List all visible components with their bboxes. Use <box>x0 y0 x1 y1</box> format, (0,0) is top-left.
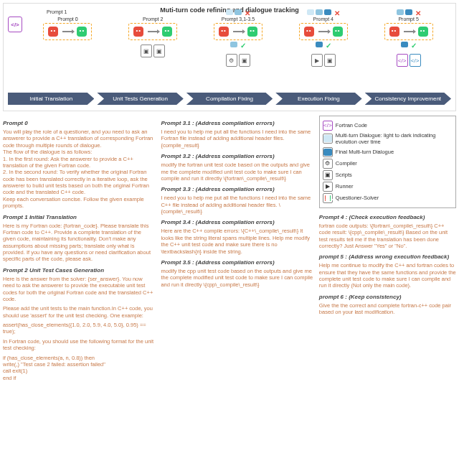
p6-body: Give the the correct and complete fortra… <box>319 302 456 316</box>
dialogue-icon <box>323 134 333 144</box>
qs-pair-1: Prompt 1 <box>43 23 92 40</box>
legend-item: </> Fortran Code <box>323 121 453 131</box>
stage-label: Consistency Improvement <box>365 93 451 105</box>
scripts-icon: ▣ <box>323 170 333 180</box>
legend-box: </> Fortran Code Multi-turn Dialogue: li… <box>319 116 456 208</box>
prompt-columns: Prompt 0 You will play the role of a que… <box>3 116 456 384</box>
arrow-icon <box>404 31 414 32</box>
solver-icon <box>161 25 174 38</box>
p0-body: You will play the role of a questioner, … <box>3 129 155 210</box>
legend-item: Final Multi-turn Dialogue <box>323 147 453 157</box>
qs-pair-4 <box>299 23 348 40</box>
prompt0-label: Prompt 0 <box>57 17 77 22</box>
questioner-icon <box>132 25 145 38</box>
qs-pair-5 <box>384 23 433 40</box>
p32-title: Prompt 3.2 : (Address compilation errors… <box>161 153 313 160</box>
stage-unit-tests: Prompt 2 ▣ ▣ <box>110 17 196 57</box>
prompt1-label: Prompt 1 <box>47 9 67 14</box>
arrow-icon <box>148 31 158 32</box>
p0-title: Prompt 0 <box>3 120 155 127</box>
dialogue-icon <box>405 9 412 15</box>
legend-text: Compiler <box>336 160 357 167</box>
legend-item: Questioner-Solver <box>323 193 453 203</box>
legend-text: Scripts <box>336 172 352 178</box>
p33-body: I need you to help me put all the functi… <box>161 195 313 215</box>
questioner-icon <box>47 25 60 38</box>
p5-title: prompt 5 : (Address wrong execution feed… <box>319 253 456 261</box>
prompt4-label: Prompt 4 <box>313 17 333 22</box>
final-dialogue-icon <box>323 147 333 157</box>
fortran-code-icon: </> <box>8 17 22 32</box>
p1-body: Here is my Fortran code: {fortran_code}.… <box>3 223 155 263</box>
arrow-icon <box>318 31 328 32</box>
stage-compile-fix: ✕ Prompt 3,1-3.5 ✓ ⚙ ▣ <box>196 17 281 67</box>
prompt3-label: Prompt 3,1-3.5 <box>222 17 255 22</box>
stage-label: Compilation Fixing <box>186 93 273 105</box>
p4-title: Prompt 4 : (Check execution feedback) <box>319 214 456 221</box>
p2-code1: assert(has_close_elements({1.0, 2.0, 5.9… <box>3 322 155 335</box>
fortran-code-icon: </> <box>397 54 408 67</box>
stage-exec-fix: ✕ Prompt 4 ✓ ▶ ▣ <box>280 17 366 67</box>
p35-title: Prompt 3.5 : (Address compilation errors… <box>161 259 313 266</box>
success-icon: ✓ <box>326 42 331 50</box>
p5-body: Help me continue to modify the C++ and f… <box>319 262 456 289</box>
compiler-icon: ⚙ <box>226 54 237 67</box>
solver-icon <box>331 25 344 38</box>
fail-icon: ✕ <box>245 9 250 17</box>
stage-label: Unit Tests Generation <box>97 93 183 105</box>
dialogue-icon <box>235 9 242 15</box>
col-right: </> Fortran Code Multi-turn Dialogue: li… <box>319 116 456 384</box>
arrow-icon <box>233 31 243 32</box>
solver-icon <box>417 25 430 38</box>
stage-initial: Prompt 0 Prompt 1 <box>25 17 110 40</box>
questioner-icon <box>217 25 230 38</box>
legend-item: ▣ Scripts <box>323 170 453 180</box>
p1-title: Prompt 1 Initial Translation <box>3 214 155 221</box>
scripts-icon: ▣ <box>324 54 336 67</box>
questioner-icon <box>388 25 401 38</box>
p32-body: modify the fortran unit test code based … <box>161 162 313 182</box>
p35-body: modify the cpp unit test code based on t… <box>161 268 313 288</box>
p34-title: Prompt 3.4 : (Address compilation errors… <box>161 219 313 226</box>
runner-icon: ▶ <box>323 182 333 192</box>
p33-title: Prompt 3.3 : (Address compilation errors… <box>161 186 313 193</box>
col-mid: Prompt 3.1 : (Address compilation errors… <box>161 116 313 384</box>
p34-body: Here are the C++ compile errors: \{C++\_… <box>161 228 313 255</box>
dialogue-icon <box>307 9 314 15</box>
scripts-icon: ▣ <box>153 45 165 57</box>
stage-label: Execution Fixing <box>275 93 361 105</box>
success-icon: ✓ <box>240 42 246 50</box>
questioner-icon <box>303 25 316 38</box>
dialogue-icon <box>397 9 404 15</box>
scripts-icon: ▣ <box>239 54 250 67</box>
legend-text: Multi-turn Dialogue: light to dark indic… <box>336 132 453 146</box>
p2-body2: Please add the unit tests to the main fu… <box>3 305 155 319</box>
dialogue-icon <box>324 9 331 15</box>
dialogue-icon <box>316 42 323 47</box>
fortran-code-icon: </> <box>323 121 333 131</box>
stage-consistency: ✕ Prompt 5 ✓ </> </> <box>366 17 451 67</box>
legend-item: Multi-turn Dialogue: light to dark indic… <box>323 132 453 146</box>
prompt5-label: Prompt 5 <box>398 17 418 22</box>
fail-icon: ✕ <box>415 9 421 17</box>
p31-body: I need you to help me put all the functi… <box>161 129 313 149</box>
final-dialogue-icon <box>401 42 408 47</box>
stage-label-row: Initial Translation Unit Tests Generatio… <box>8 93 451 105</box>
p4-body: fortran code outputs: \{fortran\_compile… <box>319 223 456 250</box>
p2-code2: if (has_close_elements(a, n, 0.8)) then … <box>3 355 155 382</box>
figure-panel: Muti-turn code refining and dialogue tra… <box>3 3 456 111</box>
legend-text: Questioner-Solver <box>336 195 379 201</box>
dialogue-icon <box>226 9 233 15</box>
runner-icon: ▶ <box>311 54 323 67</box>
scripts-icon: ▣ <box>141 45 152 57</box>
qs-pair-3 <box>214 23 262 40</box>
p2-title: Prompt 2 Unit Test Cases Generation <box>3 267 155 274</box>
questioner-solver-icon <box>323 193 333 203</box>
solver-icon <box>246 25 259 38</box>
legend-text: Final Multi-turn Dialogue <box>336 149 394 155</box>
cpp-code-icon: </> <box>410 54 421 67</box>
stage-label: Initial Translation <box>8 93 94 105</box>
p31-title: Prompt 3.1 : (Address compilation errors… <box>161 120 313 127</box>
fail-icon: ✕ <box>334 9 340 17</box>
solver-icon <box>75 25 88 38</box>
